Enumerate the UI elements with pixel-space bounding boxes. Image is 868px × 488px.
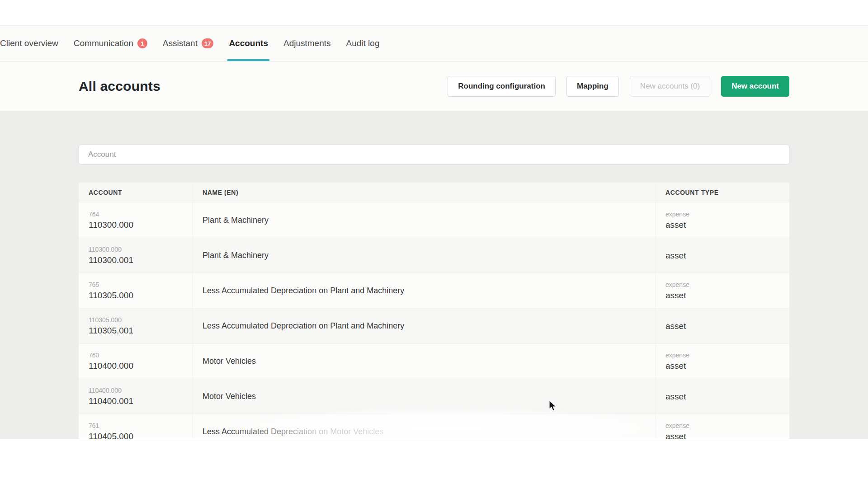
top-white-bar (0, 0, 868, 25)
table-row[interactable]: 764 110300.000 Plant & Machinery expense… (79, 202, 789, 238)
tab-communication[interactable]: Communication 1 (74, 26, 147, 61)
tab-label: Client overview (0, 38, 58, 48)
account-number: 110305.001 (89, 325, 193, 336)
table-header-row: ACCOUNT NAME (EN) ACCOUNT TYPE (79, 183, 789, 202)
account-cell: 110400.000 110400.001 (79, 379, 193, 414)
account-name: Less Accumulated Depreciation on Plant a… (203, 321, 656, 331)
account-type-cell: asset (656, 238, 789, 273)
account-sub-number: 110300.000 (89, 246, 193, 253)
tab-label: Assistant (163, 38, 198, 48)
account-type-sub: expense (665, 281, 789, 289)
tab-label: Communication (74, 38, 133, 48)
account-type-sub: expense (665, 352, 789, 359)
name-cell: Motor Vehicles (193, 344, 656, 379)
account-type-sub: expense (665, 211, 789, 218)
account-number: 110400.000 (89, 361, 193, 371)
notification-badge: 1 (137, 38, 147, 48)
account-type-cell: asset (656, 379, 789, 414)
column-header-account: ACCOUNT (79, 183, 193, 202)
content-area: ACCOUNT NAME (EN) ACCOUNT TYPE 764 11030… (0, 111, 868, 439)
tab-label: Accounts (229, 38, 268, 48)
account-name: Plant & Machinery (203, 216, 656, 225)
account-type: asset (665, 250, 789, 261)
name-cell: Less Accumulated Depreciation on Plant a… (193, 309, 656, 343)
account-type: asset (665, 290, 789, 300)
rounding-configuration-button[interactable]: Rounding configuration (448, 76, 556, 97)
account-sub-number: 110400.000 (89, 387, 193, 394)
table-row[interactable]: 760 110400.000 Motor Vehicles expense as… (79, 343, 789, 379)
name-cell: Motor Vehicles (193, 379, 656, 414)
app-window: Client overview Communication 1 Assistan… (0, 0, 868, 488)
mapping-button[interactable]: Mapping (566, 76, 619, 97)
account-number: 110300.001 (89, 255, 193, 265)
account-type: asset (665, 361, 789, 371)
account-type-cell: expense asset (656, 202, 789, 238)
account-number: 110400.001 (89, 396, 193, 406)
account-sub-number: 760 (89, 352, 193, 359)
account-number: 110300.000 (89, 220, 193, 230)
account-name: Less Accumulated Depreciation on Plant a… (203, 286, 656, 296)
bottom-white-band (0, 439, 868, 488)
account-type-cell: expense asset (656, 273, 789, 308)
table-row[interactable]: 110300.000 110300.001 Plant & Machinery … (79, 238, 789, 273)
tab-label: Audit log (346, 38, 380, 48)
name-cell: Plant & Machinery (193, 202, 656, 238)
table-body: 764 110300.000 Plant & Machinery expense… (79, 202, 789, 449)
account-name: Plant & Machinery (203, 251, 656, 260)
account-number: 110305.000 (89, 290, 193, 300)
new-accounts-button[interactable]: New accounts (0) (630, 76, 710, 97)
table-row[interactable]: 765 110305.000 Less Accumulated Deprecia… (79, 273, 789, 308)
header-actions: Rounding configuration Mapping New accou… (448, 76, 789, 97)
account-name: Motor Vehicles (203, 357, 656, 366)
account-cell: 760 110400.000 (79, 344, 193, 379)
account-name: Motor Vehicles (203, 392, 656, 401)
table-row[interactable]: 110400.000 110400.001 Motor Vehicles ass… (79, 379, 789, 414)
page-header: All accounts Rounding configuration Mapp… (0, 61, 868, 111)
account-type: asset (665, 391, 789, 402)
name-cell: Less Accumulated Depreciation on Plant a… (193, 273, 656, 308)
account-sub-number: 764 (89, 211, 193, 218)
account-cell: 764 110300.000 (79, 202, 193, 238)
table-row[interactable]: 110305.000 110305.001 Less Accumulated D… (79, 308, 789, 343)
tab-audit-log[interactable]: Audit log (346, 26, 380, 61)
column-header-name: NAME (EN) (193, 183, 656, 202)
tab-label: Adjustments (283, 38, 331, 48)
column-header-account-type: ACCOUNT TYPE (656, 183, 789, 202)
account-type-cell: expense asset (656, 344, 789, 379)
accounts-table: ACCOUNT NAME (EN) ACCOUNT TYPE 764 11030… (79, 183, 789, 449)
name-cell: Plant & Machinery (193, 238, 656, 273)
notification-badge: 17 (202, 38, 213, 48)
account-cell: 110300.000 110300.001 (79, 238, 193, 273)
account-type-cell: asset (656, 309, 789, 343)
account-cell: 110305.000 110305.001 (79, 309, 193, 343)
tab-accounts[interactable]: Accounts (229, 26, 268, 61)
account-type: asset (665, 220, 789, 230)
account-search-input[interactable] (79, 145, 789, 164)
tab-client-overview[interactable]: Client overview (0, 26, 58, 61)
account-type-sub: expense (665, 422, 789, 430)
tab-adjustments[interactable]: Adjustments (283, 26, 331, 61)
account-sub-number: 765 (89, 281, 193, 289)
account-name: Less Accumulated Depreciation on Motor V… (203, 427, 656, 436)
page-title: All accounts (79, 79, 160, 94)
account-sub-number: 110305.000 (89, 316, 193, 324)
new-account-button[interactable]: New account (721, 76, 789, 97)
tab-assistant[interactable]: Assistant 17 (163, 26, 214, 61)
account-sub-number: 761 (89, 422, 193, 430)
tab-bar: Client overview Communication 1 Assistan… (0, 25, 868, 61)
account-type: asset (665, 321, 789, 331)
account-cell: 765 110305.000 (79, 273, 193, 308)
